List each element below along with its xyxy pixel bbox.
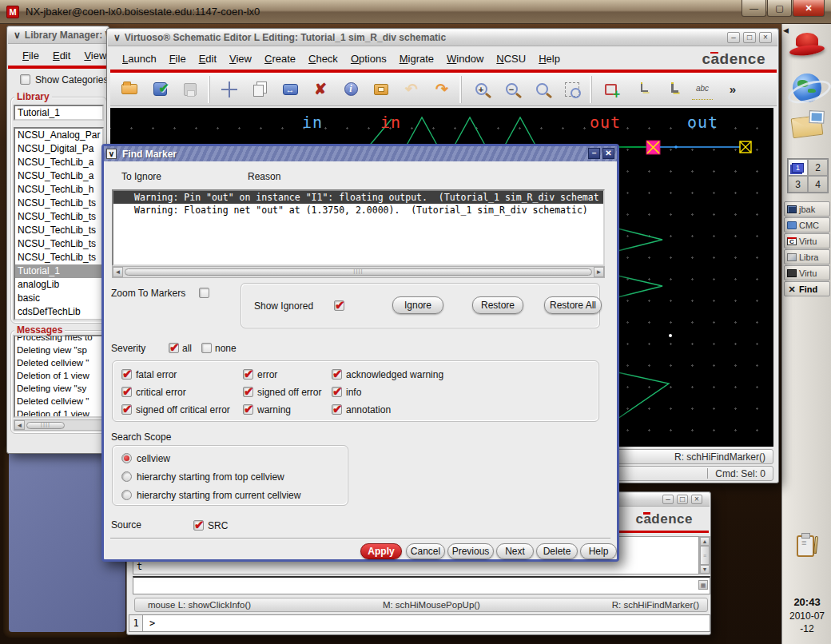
- cancel-button[interactable]: Cancel: [406, 543, 445, 559]
- src-checkbox[interactable]: [193, 520, 204, 531]
- acknowledged-warning-checkbox[interactable]: [332, 369, 342, 380]
- library-list-item[interactable]: NCSU_TechLib_ts: [15, 237, 102, 251]
- marker-row-selected[interactable]: Warning: Pin "out" on instance "I1": flo…: [113, 191, 603, 204]
- library-list-item[interactable]: cdsDefTechLib: [15, 305, 102, 319]
- scrollbar-thumb[interactable]: [125, 268, 592, 276]
- copy-icon[interactable]: [249, 79, 270, 100]
- menu-help[interactable]: Help: [539, 53, 560, 65]
- create-wide-wire-icon[interactable]: [662, 79, 682, 100]
- taskbar-item-library[interactable]: Libra: [784, 249, 830, 264]
- move-icon[interactable]: [219, 79, 240, 100]
- restore-button[interactable]: Restore: [472, 296, 523, 314]
- descend-icon[interactable]: [371, 79, 392, 100]
- error-checkbox[interactable]: [243, 369, 253, 380]
- menu-view[interactable]: View: [84, 50, 106, 62]
- net-label-out[interactable]: out: [687, 113, 718, 132]
- menu-check[interactable]: Check: [308, 53, 338, 65]
- scroll-left-icon[interactable]: ◄: [113, 267, 123, 277]
- nx-minimize-button[interactable]: —: [742, 0, 766, 17]
- scope-hierarchy-current-radio[interactable]: [121, 490, 132, 500]
- close-button[interactable]: ×: [691, 495, 702, 504]
- minimize-button[interactable]: –: [727, 32, 740, 43]
- info-checkbox[interactable]: [332, 387, 342, 397]
- menu-ncsu[interactable]: NCSU: [496, 53, 526, 65]
- messages-hscrollbar[interactable]: ◄: [14, 419, 104, 431]
- properties-icon[interactable]: i: [340, 79, 361, 100]
- taskbar-item-terminal[interactable]: jbak: [784, 201, 830, 217]
- ciw-log-scrollbar[interactable]: ▲ ≡ ▼: [699, 536, 710, 574]
- menu-file[interactable]: File: [169, 53, 186, 65]
- maximize-button[interactable]: □: [677, 495, 688, 504]
- menu-file[interactable]: File: [22, 50, 39, 62]
- window-menu-icon[interactable]: ∨: [14, 30, 21, 41]
- ciw-prompt-row[interactable]: 1 >: [129, 614, 710, 632]
- menu-launch[interactable]: Launch: [122, 53, 157, 65]
- undo-icon[interactable]: ↶: [401, 79, 422, 100]
- library-list-item[interactable]: NCSU_TechLib_a: [15, 156, 102, 169]
- minimize-button[interactable]: –: [588, 148, 600, 159]
- library-list-item[interactable]: NCSU_TechLib_ts: [15, 210, 102, 224]
- fatal-error-checkbox[interactable]: [121, 369, 132, 380]
- menu-edit[interactable]: Edit: [53, 50, 70, 62]
- library-list-item[interactable]: NCSU_Digital_Pa: [15, 142, 102, 156]
- previous-button[interactable]: Previous: [447, 543, 494, 559]
- library-list-item[interactable]: NCSU_TechLib_ts: [15, 224, 102, 237]
- workspace-4[interactable]: 4: [808, 176, 828, 193]
- web-browser-icon[interactable]: [793, 74, 821, 102]
- ignore-button[interactable]: Ignore: [392, 296, 443, 314]
- menu-window[interactable]: Window: [447, 53, 483, 65]
- library-list-item[interactable]: basic: [15, 292, 102, 305]
- zoom-fit-icon[interactable]: [562, 79, 582, 100]
- scroll-up-icon[interactable]: ▲: [700, 537, 710, 546]
- net-label-in[interactable]: in: [302, 113, 323, 132]
- library-list-item[interactable]: analogLib: [15, 278, 102, 292]
- email-icon[interactable]: [791, 115, 824, 138]
- critical-error-checkbox[interactable]: [121, 387, 132, 397]
- signed-off-error-checkbox[interactable]: [243, 387, 253, 397]
- window-menu-icon[interactable]: ∨: [106, 149, 117, 159]
- severity-none-checkbox[interactable]: [201, 343, 212, 353]
- menu-create[interactable]: Create: [264, 53, 296, 65]
- taskbar-item-virtuoso[interactable]: CVirtu: [784, 233, 830, 248]
- toolbar-overflow-icon[interactable]: »: [722, 79, 743, 100]
- help-button[interactable]: Help: [580, 543, 617, 559]
- menu-migrate[interactable]: Migrate: [400, 53, 434, 65]
- marker-row[interactable]: Warning: Floating net "out" at (1.3750, …: [113, 204, 603, 217]
- find-marker-titlebar[interactable]: ∨ Find Marker – ✕: [104, 146, 617, 161]
- scrollbar-thumb[interactable]: [26, 422, 65, 429]
- workspace-2[interactable]: 2: [808, 159, 828, 176]
- library-list-item[interactable]: NCSU_Analog_Par: [15, 129, 102, 142]
- warning-checkbox[interactable]: [243, 404, 253, 415]
- scope-hierarchy-top-radio[interactable]: [121, 471, 132, 482]
- create-label-icon[interactable]: abc: [692, 79, 713, 100]
- close-button[interactable]: ✕: [602, 148, 614, 159]
- menu-edit[interactable]: Edit: [199, 53, 217, 65]
- maximize-button[interactable]: □: [743, 32, 756, 43]
- pin-label-in[interactable]: in: [380, 113, 401, 132]
- nx-maximize-button[interactable]: ▢: [767, 0, 792, 17]
- zoom-to-markers-checkbox[interactable]: [199, 288, 209, 298]
- nx-close-button[interactable]: ✕: [793, 0, 825, 17]
- library-list-item[interactable]: NCSU_TechLib_h: [15, 183, 102, 197]
- show-ignored-checkbox[interactable]: [334, 300, 344, 311]
- delete-button[interactable]: Delete: [536, 543, 578, 559]
- library-list-item[interactable]: NCSU_TechLib_a: [15, 169, 102, 183]
- scroll-down-icon[interactable]: ▼: [700, 565, 710, 574]
- check-and-save-icon[interactable]: [149, 79, 170, 100]
- taskbar-item-virtuoso-2[interactable]: Virtu: [784, 265, 830, 280]
- window-menu-icon[interactable]: ∨: [113, 32, 121, 43]
- show-categories-checkbox[interactable]: [20, 74, 30, 85]
- menu-options[interactable]: Options: [351, 53, 387, 65]
- library-filter-input[interactable]: Tutorial_1: [14, 105, 104, 121]
- save-icon[interactable]: [180, 79, 201, 100]
- create-instance-icon[interactable]: [601, 79, 622, 100]
- taskbar-item-find[interactable]: ✕Find: [784, 281, 830, 296]
- clipboard-icon[interactable]: [797, 535, 814, 557]
- apply-button[interactable]: Apply: [360, 543, 402, 559]
- library-list-item[interactable]: NCSU_TechLib_ts: [15, 251, 102, 264]
- redo-icon[interactable]: ↷: [431, 79, 452, 100]
- virtuoso-titlebar[interactable]: ∨Virtuoso® Schematic Editor L Editing: T…: [108, 30, 777, 46]
- marker-list-hscrollbar[interactable]: ◄ ►: [112, 266, 605, 278]
- open-icon[interactable]: [119, 79, 140, 100]
- taskbar-item-cmc[interactable]: CMC: [784, 217, 830, 233]
